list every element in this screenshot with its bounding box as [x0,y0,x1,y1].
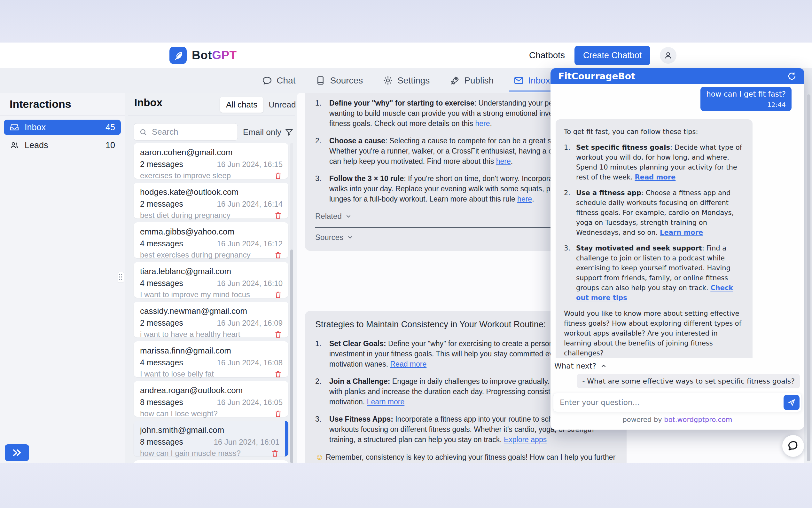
sources-label: Sources [315,232,343,243]
messages-count: 4 messages [140,358,183,367]
inline-link[interactable]: here [517,195,532,203]
list-scrollbar-thumb[interactable] [290,250,293,463]
delete-button[interactable] [274,290,283,299]
chat-widget-title: FitCourrageBot [558,71,635,82]
filter-all-chats[interactable]: All chats [220,97,264,113]
send-icon [787,398,796,407]
gear-icon [383,75,393,86]
delete-button[interactable] [274,409,283,418]
funnel-icon [285,128,293,137]
inline-link[interactable]: Explore apps [504,435,547,444]
chat-bubble-icon [262,75,272,86]
refresh-icon[interactable] [787,71,797,81]
chat-filter-toggle: All chats Unread [220,97,301,113]
conversation-card[interactable]: john.smith@gmail.com8 messages16 Jun 202… [134,421,288,457]
inline-link[interactable]: Learn more [367,398,405,406]
conversation-snippet: exercises to improve sleep [140,171,231,180]
user-message-bubble: how can I get fit fast? 12:44 [701,87,792,111]
list-item: 2.Use a fitness app: Choose a fitness ap… [564,188,744,238]
delete-button[interactable] [274,171,283,180]
list-item-number: 1. [315,338,329,369]
conversation-email: cassidy.newman@gmail.com [140,306,283,316]
conversation-snippet: how can I gain muscle mass? [140,449,241,458]
app-root: BotGPT Chatbots Create Chatbot Chat Sour… [0,0,812,508]
conversation-date: 16 Jun 2024, 16:12 [217,239,283,248]
question-input-row [553,393,802,412]
inbox-count-badge: 45 [105,123,115,132]
conversation-email: marissa.finn@gmail.com [140,346,283,356]
list-item-text: Use a fitness app: Choose a fitness app … [576,188,744,238]
chat-widget-messages: how can I get fit fast? 12:44 To get fit… [551,84,804,358]
conversation-card[interactable]: marissa.finn@gmail.com4 messages16 Jun 2… [134,341,288,377]
chevron-down-icon [345,213,352,220]
conversation-card[interactable]: tiara.leblanc@gmail.com4 messages16 Jun … [134,262,288,298]
conversation-snippet: best exercises during pregnancy [140,251,251,259]
conversation-card[interactable]: emma.gibbs@yahoo.com4 messages16 Jun 202… [134,222,288,258]
conversation-snippet: I want to improve my mind focus [140,290,250,299]
conversation-card[interactable]: aaron.cohen@gmail.com2 messages16 Jun 20… [134,143,288,179]
chat-widget: FitCourrageBot how can I get fit fast? 1… [551,68,804,430]
delete-button[interactable] [274,251,283,259]
tab-inbox[interactable]: Inbox [513,68,550,93]
tab-chat[interactable]: Chat [262,68,295,93]
tab-label: Sources [330,76,363,86]
conversation-card[interactable]: hodges.kate@outlook.com2 messages16 Jun … [134,183,288,218]
tab-label: Settings [397,76,430,86]
related-label: Related [315,211,342,221]
inline-link[interactable]: Read more [635,173,676,181]
inline-link[interactable]: here [496,157,511,165]
suggested-question[interactable]: - What are some effective ways to set sp… [577,374,800,388]
book-icon [315,75,326,86]
brand-name: BotGPT [192,49,237,62]
powered-by-link[interactable]: bot.wordgptpro.com [664,416,732,424]
avatar[interactable] [660,47,676,64]
delete-button[interactable] [274,330,283,339]
tab-label: Chat [277,76,295,86]
email-only-filter[interactable]: Email only [243,127,293,137]
chat-launcher-button[interactable] [782,435,804,457]
list-item-number: 1. [564,143,576,182]
create-chatbot-button[interactable]: Create Chatbot [574,46,650,65]
bot-closing: Would you like to know more about settin… [564,309,744,358]
what-next-toggle[interactable]: What next? [554,362,804,370]
expand-sidebar-button[interactable] [5,444,29,461]
list-item-number: 3. [564,244,576,303]
trash-icon [274,409,283,418]
rocket-icon [449,75,460,86]
trash-icon [271,449,279,458]
brand-logo[interactable]: BotGPT [170,47,237,64]
panel-resize-handle-left[interactable] [117,272,124,283]
delete-button[interactable] [274,370,283,378]
conversation-snippet: best diet during pregnancy [140,211,231,220]
delete-button[interactable] [274,211,283,220]
double-chevron-right-icon [11,447,22,458]
inline-link[interactable]: here [475,119,490,128]
sidebar-item-label: Leads [25,140,48,151]
send-button[interactable] [783,395,800,410]
tab-publish[interactable]: Publish [449,68,493,93]
powered-by-label: powered by [623,416,664,424]
chat-widget-header: FitCourrageBot [551,68,804,84]
conversation-snippet: I want to lose belly fat [140,370,214,378]
conversation-email: john.smith@gmail.com [140,425,279,435]
bot-message-bubble: To get fit fast, you can follow these ti… [556,119,753,358]
filter-unread[interactable]: Unread [264,97,301,113]
interactions-sidebar: Interactions Inbox 45 Leads 10 [0,93,125,463]
conversation-date: 16 Jun 2024, 16:05 [217,398,283,407]
search-input[interactable] [152,124,234,140]
sidebar-item-inbox[interactable]: Inbox 45 [4,120,121,135]
chatbots-link[interactable]: Chatbots [529,50,565,60]
tab-settings[interactable]: Settings [383,68,430,93]
page-scrollbar[interactable] [807,94,810,461]
conversation-card[interactable]: andrea.rogan@outlook.com8 messages16 Jun… [134,381,288,417]
inline-link[interactable]: Read more [390,360,426,368]
conversation-date: 16 Jun 2024, 16:15 [217,160,283,169]
inline-link[interactable]: Learn more [660,229,703,237]
trash-icon [274,290,283,299]
conversation-card[interactable]: cassidy.newman@gmail.com2 messages16 Jun… [134,302,288,338]
envelope-icon [513,75,524,86]
delete-button[interactable] [271,449,279,458]
question-input[interactable] [560,398,783,407]
sidebar-item-leads[interactable]: Leads 10 [4,137,121,153]
tab-sources[interactable]: Sources [315,68,363,93]
